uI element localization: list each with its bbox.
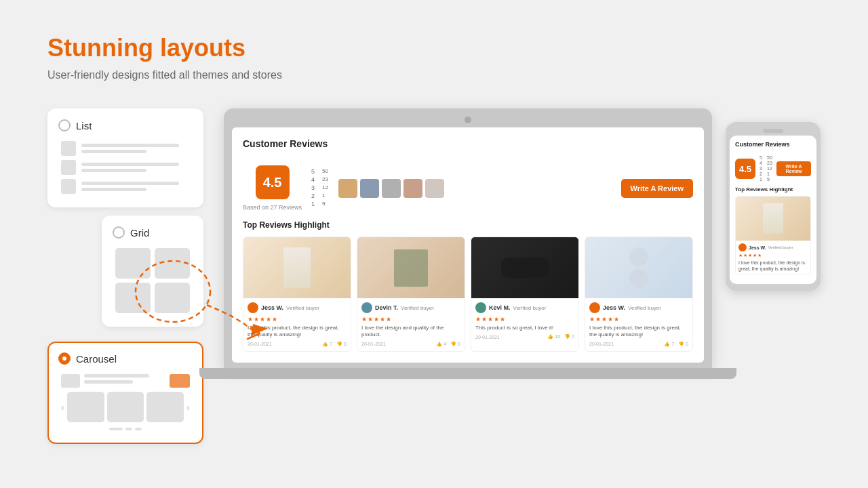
review-likes-1: 👍 7 👎 0: [322, 342, 347, 347]
list-row: [61, 160, 190, 175]
list-layout-label: List: [58, 119, 193, 131]
carousel-cards: [67, 392, 184, 422]
mobile-star: ★: [753, 253, 757, 258]
mobile-bar-4: 4 23: [760, 161, 772, 165]
stars-row-4: ★ ★ ★ ★ ★: [589, 316, 688, 323]
carousel-dots: [61, 428, 190, 430]
mobile-card-img-1: [736, 197, 810, 241]
list-line: [81, 182, 179, 185]
review-card-img-3: [471, 237, 578, 298]
carousel-right-arrow[interactable]: ›: [186, 402, 190, 413]
mobile-bar-label-1: 1: [760, 177, 763, 182]
review-meta-4: 20-01-2021 👍 7 👎 0: [589, 342, 688, 347]
big-rating-box: 4.5: [256, 165, 290, 199]
reviewer-name-2: Devin T.: [375, 304, 398, 311]
verified-badge-2: Verified buyer: [401, 305, 434, 311]
carousel-radio[interactable]: [58, 352, 71, 365]
review-cards-row: Jess W. Verified buyer ★ ★ ★ ★: [243, 237, 693, 352]
grid-radio[interactable]: [113, 226, 125, 239]
mobile-star: ★: [743, 253, 747, 258]
carousel-card: [146, 392, 184, 422]
carousel-top-line: [84, 374, 149, 378]
mobile-bar-5: 5 50: [760, 155, 772, 160]
rating-bar-row-4: 4 23: [311, 176, 329, 183]
carousel-preview: ‹ ›: [58, 371, 193, 433]
star: ★: [494, 316, 499, 323]
mobile-bar-label-4: 4: [760, 161, 763, 165]
review-thumb-4: [403, 179, 422, 198]
list-lines: [81, 182, 190, 191]
review-thumb-1: [338, 179, 357, 198]
mobile-avatar-1: [738, 243, 747, 251]
laptop-mockup: Customer Reviews 4.5 Based on 27 Reviews: [224, 108, 712, 379]
laptop-notch: [465, 117, 471, 123]
page-subtitle: User-friendly designs fitted all themes …: [47, 69, 821, 81]
review-meta-2: 20-01-2021 👍 4 👎 0: [361, 342, 460, 347]
review-card-1: Jess W. Verified buyer ★ ★ ★ ★: [243, 237, 351, 352]
grid-cell: [115, 248, 151, 279]
list-line: [81, 150, 146, 153]
page-headline: Stunning layouts: [47, 34, 821, 62]
grid-cell: [115, 283, 151, 313]
list-thumb: [61, 179, 76, 194]
mobile-review-card-1: Jess W. Verified buyer ★ ★ ★ ★ ★: [735, 196, 811, 275]
list-label-text: List: [76, 120, 92, 131]
reviewer-avatar-1: [248, 302, 258, 313]
mobile-bar-label-2: 2: [760, 171, 763, 176]
list-layout-card[interactable]: List: [47, 108, 203, 207]
like-count-1: 👍 7: [322, 342, 332, 347]
review-card-img-4: [585, 237, 692, 298]
grid-cell: [155, 248, 190, 279]
list-preview: [58, 138, 193, 197]
carousel-action-btn: [170, 374, 190, 388]
mobile-bar-count-1: 9: [767, 177, 772, 182]
carousel-layout-card[interactable]: Carousel ‹: [47, 342, 203, 444]
star: ★: [266, 316, 271, 323]
carousel-top-lines: [84, 374, 165, 388]
carousel-left-arrow[interactable]: ‹: [61, 402, 64, 413]
carousel-top-line: [84, 380, 133, 384]
mobile-verified-1: Verified buyer: [768, 245, 793, 249]
mobile-bar-1: 1 9: [760, 177, 772, 182]
bar-label-2: 2: [311, 192, 315, 199]
mobile-star: ★: [757, 253, 762, 258]
review-card-4: Jess W. Verified buyer ★ ★ ★ ★: [585, 237, 693, 352]
star: ★: [254, 316, 259, 323]
review-text-1: I love this product, the design is great…: [248, 325, 347, 339]
bar-count-3: 12: [322, 184, 329, 190]
grid-layout-card[interactable]: Grid: [102, 216, 203, 327]
review-date-1: 20-01-2021: [248, 342, 272, 346]
mobile-bar-3: 3 12: [760, 166, 772, 171]
list-radio[interactable]: [58, 119, 71, 131]
grid-label-text: Grid: [130, 227, 149, 239]
mobile-card-body-1: Jess W. Verified buyer ★ ★ ★ ★ ★: [736, 241, 810, 274]
bar-count-4: 23: [322, 176, 329, 182]
review-card-body-3: Kevi M. Verified buyer ★ ★ ★ ★: [471, 298, 578, 344]
bar-count-5: 50: [322, 168, 329, 174]
based-on-text: Based on 27 Reviews: [243, 204, 302, 211]
review-card-3: Kevi M. Verified buyer ★ ★ ★ ★: [471, 237, 579, 352]
reviewer-name-4: Jess W.: [603, 304, 625, 311]
reviewer-avatar-4: [589, 302, 600, 313]
mobile-screen: Customer Reviews 4.5 5: [730, 136, 816, 284]
star: ★: [614, 316, 619, 323]
list-line: [81, 163, 179, 166]
list-line: [81, 169, 146, 172]
verified-badge-3: Verified buyer: [513, 305, 547, 311]
reviewer-avatar-2: [361, 302, 372, 313]
stars-row-2: ★ ★ ★ ★ ★: [361, 316, 460, 323]
review-thumb-2: [360, 179, 379, 198]
review-likes-4: 👍 7 👎 0: [664, 342, 688, 347]
bar-label-5: 5: [311, 168, 315, 175]
star: ★: [380, 316, 385, 323]
review-likes-3: 👍 10 👎 0: [547, 334, 574, 340]
grid-cell: [155, 283, 190, 313]
write-review-button[interactable]: Write A Review: [621, 179, 693, 198]
reviewer-avatar-3: [475, 302, 486, 313]
star: ★: [589, 316, 595, 323]
review-card-body-2: Devin T. Verified buyer ★ ★ ★ ★: [357, 298, 465, 351]
carousel-card: [67, 392, 104, 422]
mobile-write-review-button[interactable]: Write A Review: [776, 161, 811, 176]
star: ★: [595, 316, 601, 323]
main-container: Stunning layouts User-friendly designs f…: [0, 0, 868, 478]
